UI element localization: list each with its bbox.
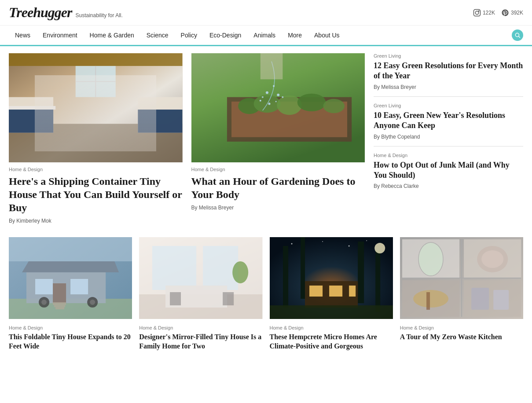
svg-point-46 <box>90 300 95 305</box>
svg-rect-15 <box>138 110 182 133</box>
svg-point-54 <box>232 261 248 283</box>
bottom-card-3-title[interactable]: A Tour of My Zero Waste Kitchen <box>400 333 523 342</box>
featured-left-category: Home & Design <box>9 167 183 172</box>
svg-point-80 <box>413 290 448 308</box>
svg-point-69 <box>291 243 292 244</box>
svg-point-70 <box>322 241 323 242</box>
sidebar-2-category: Home & Design <box>374 153 523 158</box>
svg-rect-14 <box>9 110 53 133</box>
nav-about[interactable]: About Us <box>308 26 346 45</box>
sidebar-2-title[interactable]: How to Opt Out of Junk Mail (and Why You… <box>374 160 523 181</box>
svg-rect-61 <box>358 242 364 303</box>
nav-news[interactable]: News <box>9 26 37 45</box>
bottom-card-2-category: Home & Design <box>270 325 393 330</box>
bottom-card-0-category: Home & Design <box>9 325 132 330</box>
bottom-card-3: Home & Design A Tour of My Zero Waste Ki… <box>400 237 523 351</box>
svg-point-30 <box>275 101 276 102</box>
svg-rect-40 <box>53 302 66 305</box>
svg-rect-32 <box>260 53 283 79</box>
svg-rect-37 <box>35 279 53 294</box>
svg-rect-13 <box>9 106 55 110</box>
pinterest-count: 392K <box>511 10 523 16</box>
bottom-card-1-title[interactable]: Designer's Mirror-Filled Tiny House Is a… <box>139 333 262 351</box>
svg-rect-6 <box>9 124 183 162</box>
svg-rect-55 <box>170 292 181 305</box>
social-icons-area: 122K 392K <box>473 9 523 17</box>
featured-article-center: Home & Design What an Hour of Gardening … <box>191 53 365 224</box>
svg-point-25 <box>273 85 275 87</box>
search-icon <box>514 32 521 38</box>
svg-point-26 <box>277 94 279 96</box>
bottom-card-2-image <box>270 237 393 321</box>
svg-rect-51 <box>152 246 196 290</box>
bottom-card-3-image <box>400 237 523 321</box>
svg-rect-66 <box>349 286 356 297</box>
svg-rect-83 <box>471 288 489 310</box>
nav-animals[interactable]: Animals <box>247 26 282 45</box>
bottom-card-2: Home & Design These Hempcrete Micro Home… <box>270 237 393 351</box>
sidebar-1-category: Green Living <box>374 103 523 108</box>
sidebar-article-0: Green Living 12 Easy Green Resolutions f… <box>374 53 523 97</box>
sidebar-0-title[interactable]: 12 Easy Green Resolutions for Every Mont… <box>374 61 523 81</box>
svg-rect-59 <box>283 246 288 308</box>
featured-article-left: Home & Design Here's a Shipping Containe… <box>9 53 183 224</box>
nav-search-area <box>512 29 523 41</box>
svg-point-78 <box>481 250 503 268</box>
nav-eco-design[interactable]: Eco-Design <box>203 26 247 45</box>
bottom-card-1-category: Home & Design <box>139 325 262 330</box>
instagram-link[interactable]: 122K <box>473 9 495 17</box>
svg-point-31 <box>282 96 283 98</box>
search-button[interactable] <box>512 29 523 41</box>
sidebar-0-category: Green Living <box>374 53 523 59</box>
svg-point-44 <box>41 300 47 305</box>
featured-center-image <box>191 53 365 162</box>
svg-rect-38 <box>70 279 88 294</box>
bottom-card-1-image <box>139 237 262 321</box>
svg-point-22 <box>297 94 326 111</box>
nav-policy[interactable]: Policy <box>175 26 203 45</box>
svg-rect-65 <box>329 286 342 297</box>
svg-point-68 <box>374 243 385 253</box>
sidebar-article-1: Green Living 10 Easy, Green New Year's R… <box>374 97 523 147</box>
bottom-card-0-title[interactable]: This Foldable Tiny House Expands to 20 F… <box>9 333 132 351</box>
nav-science[interactable]: Science <box>140 26 175 45</box>
svg-rect-64 <box>309 286 323 297</box>
svg-point-24 <box>265 92 268 94</box>
pinterest-link[interactable]: 392K <box>501 9 523 17</box>
svg-rect-67 <box>270 305 393 319</box>
bottom-card-0-image <box>9 237 132 321</box>
svg-rect-0 <box>473 9 480 16</box>
svg-rect-84 <box>493 290 509 310</box>
sidebar-1-title[interactable]: 10 Easy, Green New Year's Resolutions An… <box>374 110 523 131</box>
pinterest-icon <box>501 9 509 17</box>
sidebar-article-2: Home & Design How to Opt Out of Junk Mai… <box>374 147 523 196</box>
svg-rect-60 <box>301 237 305 299</box>
nav-home-garden[interactable]: Home & Garden <box>84 26 140 45</box>
svg-rect-81 <box>426 292 430 310</box>
svg-rect-7 <box>9 53 183 66</box>
sidebar-2-author: By Rebecca Clarke <box>374 183 523 189</box>
nav-environment[interactable]: Environment <box>37 26 84 45</box>
bottom-card-1: Home & Design Designer's Mirror-Filled T… <box>139 237 262 351</box>
bottom-card-3-category: Home & Design <box>400 325 523 330</box>
featured-center-title[interactable]: What an Hour of Gardening Does to Your B… <box>191 175 365 201</box>
bottom-card-2-title[interactable]: These Hempcrete Micro Homes Are Climate-… <box>270 333 393 351</box>
sidebar-articles: Green Living 12 Easy Green Resolutions f… <box>374 53 523 224</box>
logo-area: Treehugger Sustainability for All. <box>9 4 123 21</box>
site-logo[interactable]: Treehugger <box>9 4 72 21</box>
svg-rect-62 <box>375 250 380 312</box>
svg-point-3 <box>515 33 519 37</box>
svg-point-27 <box>259 100 261 102</box>
featured-left-title[interactable]: Here's a Shipping Container Tiny House T… <box>9 175 183 214</box>
svg-rect-56 <box>223 292 234 305</box>
svg-rect-42 <box>55 307 64 309</box>
svg-point-71 <box>348 245 349 246</box>
svg-point-28 <box>268 103 270 105</box>
featured-center-category: Home & Design <box>191 167 365 172</box>
nav-more[interactable]: More <box>282 26 308 45</box>
svg-point-29 <box>261 96 263 98</box>
site-tagline: Sustainability for All. <box>75 12 122 18</box>
instagram-icon <box>473 9 481 17</box>
sidebar-0-author: By Melissa Breyer <box>374 84 523 90</box>
sidebar-1-author: By Blythe Copeland <box>374 134 523 140</box>
